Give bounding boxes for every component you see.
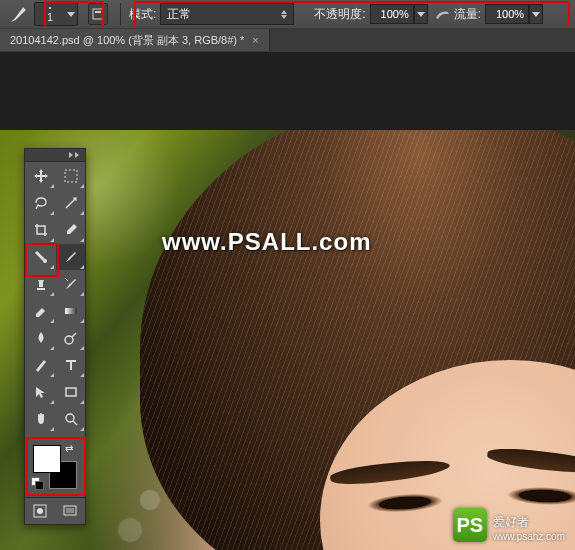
- rect-marquee-tool[interactable]: [56, 163, 85, 189]
- tools-panel: ⇄: [24, 148, 86, 525]
- select-chevron-icon: [281, 10, 287, 19]
- brush-size-dropdown[interactable]: [65, 4, 77, 24]
- document-tab-bar: 20104142.psd @ 100% (背景 副本 3, RGB/8#) * …: [0, 28, 575, 53]
- watermark-url: www.psahz.com: [493, 531, 565, 542]
- healing-brush-tool[interactable]: [26, 244, 55, 270]
- flow-dropdown[interactable]: [529, 4, 543, 24]
- move-tool[interactable]: [26, 163, 55, 189]
- magic-wand-tool[interactable]: [56, 190, 85, 216]
- type-tool[interactable]: [56, 352, 85, 378]
- gradient-tool[interactable]: [56, 298, 85, 324]
- svg-rect-0: [93, 9, 103, 19]
- image-content: [0, 130, 575, 550]
- document-canvas[interactable]: [0, 130, 575, 550]
- color-swatches: ⇄: [29, 437, 81, 493]
- blend-mode-select[interactable]: 正常: [160, 3, 294, 25]
- zoom-tool[interactable]: [56, 406, 85, 432]
- swap-colors-icon[interactable]: ⇄: [65, 443, 73, 454]
- blend-mode-value: 正常: [167, 6, 191, 23]
- screenmode-toggle[interactable]: [57, 500, 83, 522]
- brush-size-value: 1: [35, 12, 65, 23]
- ps-badge-icon: PS: [453, 508, 487, 542]
- tool-indicator-brush-icon: [8, 3, 30, 25]
- path-select-tool[interactable]: [26, 379, 55, 405]
- flow-label: 流量:: [454, 6, 481, 23]
- collapse-chevron-icon: [69, 152, 73, 158]
- svg-rect-1: [95, 11, 101, 13]
- canvas-background: [0, 52, 575, 550]
- brush-tool[interactable]: [56, 244, 85, 270]
- collapse-chevron-icon: [75, 152, 79, 158]
- blur-tool[interactable]: [26, 325, 55, 351]
- watermark-cn: 爱好者: [493, 514, 565, 531]
- quickmask-toggle[interactable]: [27, 500, 53, 522]
- eraser-tool[interactable]: [26, 298, 55, 324]
- options-bar: 1 模式: 正常 不透明度: 100% 流量: 100%: [0, 0, 575, 29]
- tools-panel-header[interactable]: [25, 149, 85, 162]
- brush-panel-toggle[interactable]: [88, 3, 108, 25]
- eyedropper-tool[interactable]: [56, 217, 85, 243]
- document-tab-title: 20104142.psd @ 100% (背景 副本 3, RGB/8#) *: [10, 33, 244, 48]
- site-watermark: PS 爱好者 www.psahz.com: [453, 508, 565, 542]
- opacity-dropdown[interactable]: [414, 4, 428, 24]
- watermark-main: www.PSALL.com: [162, 228, 371, 256]
- pen-tool[interactable]: [26, 352, 55, 378]
- rectangle-tool[interactable]: [56, 379, 85, 405]
- brush-size-preview: 1: [35, 4, 65, 24]
- crop-tool[interactable]: [26, 217, 55, 243]
- close-tab-button[interactable]: ×: [252, 34, 258, 46]
- default-colors-icon[interactable]: [31, 477, 43, 489]
- hand-tool[interactable]: [26, 406, 55, 432]
- clone-stamp-tool[interactable]: [26, 271, 55, 297]
- lasso-tool[interactable]: [26, 190, 55, 216]
- separator: [120, 3, 121, 25]
- document-tab[interactable]: 20104142.psd @ 100% (背景 副本 3, RGB/8#) * …: [0, 29, 270, 51]
- opacity-input[interactable]: 100%: [370, 4, 414, 24]
- history-brush-tool[interactable]: [56, 271, 85, 297]
- blend-mode-label: 模式:: [129, 6, 156, 23]
- flow-input[interactable]: 100%: [485, 4, 529, 24]
- airbrush-toggle[interactable]: [434, 6, 452, 22]
- dodge-tool[interactable]: [56, 325, 85, 351]
- opacity-label: 不透明度:: [314, 6, 365, 23]
- foreground-color-swatch[interactable]: [33, 445, 61, 473]
- photoshop-window: 1 模式: 正常 不透明度: 100% 流量: 100% 20104142.ps…: [0, 0, 575, 550]
- brush-preset-picker[interactable]: 1: [34, 2, 78, 26]
